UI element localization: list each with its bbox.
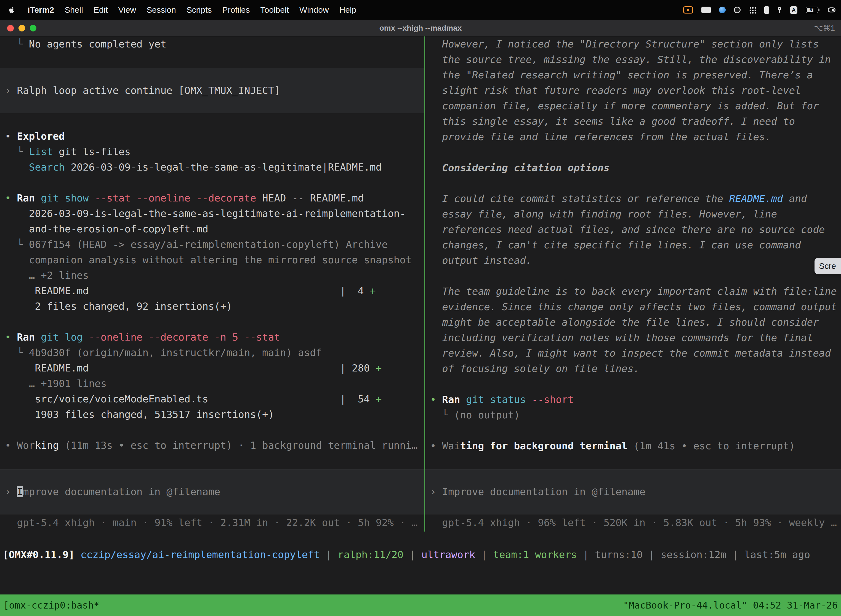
keyboard-icon[interactable] <box>701 7 711 13</box>
text-segment: • <box>5 331 17 343</box>
text-segment: (no output) <box>454 409 520 421</box>
text-segment: src/voice/voiceModeEnabled.ts | 54 <box>5 393 376 405</box>
terminal-line: • Waiting for background terminal (1m 41… <box>425 438 841 454</box>
text-segment: README.md <box>729 193 783 204</box>
terminal-line: … +2 lines <box>0 268 424 283</box>
text-segment: including verification notes with those … <box>442 332 813 343</box>
text-segment: gpt-5.4 xhigh · main · 91% left · 2.31M … <box>5 517 418 528</box>
text-segment: output instead. <box>442 255 532 266</box>
terminal-line: 2 files changed, 92 insertions(+) <box>0 299 424 314</box>
text-segment <box>526 394 532 405</box>
terminal-line <box>425 145 841 160</box>
text-segment: gpt-5.4 xhigh · 96% left · 520K in · 5.8… <box>430 517 837 528</box>
terminal-line: including verification notes with those … <box>425 330 841 346</box>
terminal-line: › Ralph loop active continue [OMX_TMUX_I… <box>0 83 280 98</box>
text-segment: 067f154 (HEAD -> essay/ai-reimplementati… <box>29 239 388 250</box>
text-segment: turns:10 <box>595 549 643 560</box>
text-segment: Wor <box>17 440 35 451</box>
text-segment <box>430 85 442 96</box>
text-segment: of focusing solely on file lines. <box>442 363 639 374</box>
menu-session[interactable]: Session <box>147 5 176 15</box>
terminal-line: slight risk that future readers may over… <box>425 83 841 98</box>
battery-icon[interactable]: 61 <box>806 7 819 13</box>
text-segment: (11m 13s • esc to interrupt) · 1 backgro… <box>59 440 418 451</box>
text-segment: | <box>577 549 595 560</box>
terminal-line <box>0 175 424 191</box>
text-segment: • <box>5 192 17 204</box>
terminal-line: README.md | 280 + <box>0 361 424 376</box>
screen-notification-toast[interactable]: Scre <box>815 258 841 274</box>
menu-shell[interactable]: Shell <box>64 5 83 15</box>
left-model-status-line: gpt-5.4 xhigh · main · 91% left · 2.31M … <box>0 515 424 531</box>
terminal-line: Considering citation options <box>425 160 841 176</box>
menu-items: iTerm2ShellEditViewSessionScriptsProfile… <box>28 5 356 15</box>
text-segment: and-the-erosion-of-copyleft.md <box>5 223 208 235</box>
text-segment: 2 files changed, 92 insertions(+) <box>5 301 232 312</box>
text-segment: • <box>5 440 17 451</box>
terminal-line <box>425 268 841 284</box>
text-segment: (1m 41s • esc to interrupt) <box>627 440 795 452</box>
color-drop-icon[interactable] <box>719 7 726 13</box>
menu-help[interactable]: Help <box>339 5 356 15</box>
text-segment: evidence. Since this change only affects… <box>442 301 837 312</box>
text-segment <box>430 348 442 359</box>
terminal-line: and-the-erosion-of-copyleft.md <box>0 221 424 237</box>
text-segment <box>35 331 41 343</box>
text-segment <box>430 224 442 235</box>
text-segment: Search <box>29 161 65 173</box>
left-terminal-pane[interactable]: └ No agents completed yet › Ralph loop a… <box>0 37 424 532</box>
menu-toolbelt[interactable]: Toolbelt <box>261 5 289 15</box>
text-segment: | <box>727 549 744 560</box>
terminal-line: evidence. Since this change only affects… <box>425 299 841 315</box>
text-segment: might be acceptable alongside the file l… <box>442 317 819 328</box>
screen-recording-indicator-icon[interactable] <box>683 6 693 13</box>
menu-view[interactable]: View <box>119 5 136 15</box>
text-segment: › <box>5 85 17 96</box>
right-chat-input-box[interactable]: › Improve documentation in @filename <box>425 469 841 515</box>
apple-menu-icon[interactable] <box>8 5 16 15</box>
text-segment: --short <box>532 394 574 405</box>
text-segment: Wai <box>442 440 460 452</box>
key-icon[interactable] <box>777 6 782 14</box>
menu-iterm2[interactable]: iTerm2 <box>28 5 54 15</box>
menu-scripts[interactable]: Scripts <box>186 5 212 15</box>
text-segment: I could cite commit statistics or refere… <box>442 193 729 204</box>
text-segment: git status <box>466 394 526 405</box>
terminal-line: However, I noticed the "Directory Struct… <box>425 37 841 52</box>
text-segment: + <box>370 285 376 296</box>
text-segment: companion file, especially if more comme… <box>442 100 819 111</box>
terminal-line: • Explored <box>0 129 424 144</box>
window-title-bar: omx --xhigh --madmax ⌥⌘1 <box>0 20 841 37</box>
phone-icon[interactable] <box>764 6 769 14</box>
right-terminal-pane[interactable]: However, I noticed the "Directory Struct… <box>425 37 841 532</box>
text-segment <box>430 255 442 266</box>
text-segment: • <box>5 131 17 142</box>
control-center-icon[interactable] <box>828 7 835 12</box>
dots-grid-icon[interactable] <box>749 6 756 13</box>
terminal-line: └ (no output) <box>425 407 841 423</box>
terminal-line: might be acceptable alongside the file l… <box>425 315 841 330</box>
text-segment <box>430 301 442 312</box>
terminal-line: companion file, especially if more comme… <box>425 98 841 114</box>
text-segment: README.md | 280 <box>5 362 376 374</box>
text-segment: … +1901 lines <box>5 378 107 389</box>
text-segment: Improve documentation in @filename <box>442 486 645 497</box>
terminal-line <box>425 176 841 191</box>
menu-profiles[interactable]: Profiles <box>222 5 250 15</box>
terminal-line: provide file and line references from th… <box>425 129 841 145</box>
menu-window[interactable]: Window <box>299 5 329 15</box>
terminal-line: • Ran git show --stat --oneline --decora… <box>0 191 424 206</box>
terminal-line: gpt-5.4 xhigh · 96% left · 520K in · 5.8… <box>425 515 841 531</box>
text-segment: Considering citation options <box>442 162 610 173</box>
app-circle-icon[interactable] <box>734 7 741 13</box>
ralph-loop-prompt-box[interactable]: › Ralph loop active continue [OMX_TMUX_I… <box>0 68 424 113</box>
omx-session-status-bar: [OMX#0.11.9] cczip/essay/ai-reimplementa… <box>0 547 841 562</box>
text-segment: No agents completed yet <box>29 38 167 50</box>
text-segment: git show <box>41 192 89 204</box>
text-segment: git ls-files <box>53 146 130 157</box>
input-source-icon[interactable]: A <box>790 6 797 14</box>
left-chat-input-box[interactable]: › Improve documentation in @filename <box>0 469 424 515</box>
terminal-line: gpt-5.4 xhigh · main · 91% left · 2.31M … <box>0 515 424 531</box>
text-segment: [OMX#0.11.9] <box>3 549 75 560</box>
menu-edit[interactable]: Edit <box>94 5 108 15</box>
